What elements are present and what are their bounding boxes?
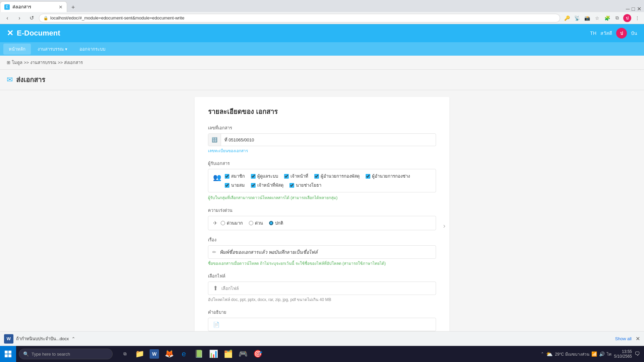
taskbar: 🔍 Type here to search ⧉ 📁 W 🦊 e 📗 📊 🗂️ 🎮	[0, 346, 644, 362]
language-selector[interactable]: TH	[590, 31, 596, 36]
tab-close-icon[interactable]: ✕	[59, 4, 63, 10]
forward-button[interactable]: ›	[15, 13, 24, 23]
taskbar-app-files[interactable]: 🗂️	[221, 347, 235, 361]
taskbar-app-edge[interactable]: e	[177, 347, 191, 361]
nav-item-home[interactable]: หน้าหลัก	[3, 44, 31, 55]
recipients-box: 👥 สมาชิก ผู้ดูแลระบบ เจ้าหน้าที่	[208, 169, 436, 192]
checkbox-admin[interactable]: ผู้ดูแลระบบ	[251, 173, 278, 180]
radio-urgent-most[interactable]: ด่วนมาก	[221, 220, 243, 227]
subject-section: เรื่อง ✏ พิมพ์ชื่อของเอกสารแล้ว พอบันทึก…	[208, 236, 436, 266]
file-hint: อัปโหลดไฟล์ doc, ppt, pptx, docx, rar, z…	[208, 296, 436, 303]
urgency-icon: ✈	[213, 220, 217, 226]
checkbox-supply-officer[interactable]: เจ้าหน้าที่พัสดุ	[251, 182, 283, 189]
close-button[interactable]: ✕	[637, 6, 641, 12]
sideview-icon[interactable]: ⧉	[613, 14, 621, 22]
breadcrumb-section[interactable]: งานสารบรรณ	[30, 59, 56, 66]
menu-icon[interactable]: ⋮	[633, 14, 641, 22]
taskbar-search[interactable]: 🔍 Type here to search	[19, 349, 113, 359]
subject-box: ✏ พิมพ์ชื่อของเอกสารแล้ว พอบันทึกลายเป็น…	[208, 245, 436, 259]
show-all-button[interactable]: Show all	[615, 336, 632, 341]
notifications-button[interactable]: 🗨	[635, 351, 640, 357]
taskbar-search-text: Type here to search	[32, 352, 70, 357]
file-box: ⬆ เลือกไฟล์	[208, 282, 436, 295]
download-right: Show all ✕	[615, 336, 640, 342]
app-name: E-Document	[17, 29, 60, 38]
url-text: localhost/edoc/#_module=edocument-sent&m…	[50, 15, 184, 20]
recipients-note: ผู้รับในกลุ่มที่เลือกสามารถดาวน์โหลดเกลส…	[208, 194, 436, 201]
weather-text: 29°C มีเมฆบางส่วน	[555, 351, 589, 357]
taskbar-app-teams[interactable]: 📊	[207, 347, 220, 361]
checkbox-naysom[interactable]: นายสม	[225, 182, 245, 189]
svg-rect-3	[8, 354, 11, 357]
bookmark-icon[interactable]: ☆	[593, 14, 601, 22]
checkbox-supply-director[interactable]: ผู้อำนวยการกองพัสดุ	[314, 173, 360, 180]
screenshot-icon[interactable]: 📸	[583, 14, 591, 22]
radio-urgent[interactable]: ด่วน	[249, 220, 263, 227]
user-avatar[interactable]: ป	[616, 28, 627, 39]
svg-rect-1	[8, 351, 11, 354]
minimize-button[interactable]: ─	[626, 6, 630, 12]
nav-item-logout[interactable]: ออกจากระบบ	[74, 44, 111, 55]
taskbar-time: 13:55	[614, 349, 632, 354]
taskbar-app-taskview[interactable]: ⧉	[118, 347, 131, 361]
address-bar[interactable]: 🔒 localhost/edoc/#_module=edocument-sent…	[39, 14, 560, 22]
taskbar-app-excel[interactable]: 📗	[192, 347, 205, 361]
subject-icon-row: ✏ พิมพ์ชื่อของเอกสารแล้ว พอบันทึกลายเป็น…	[208, 246, 436, 258]
password-icon[interactable]: 🔑	[563, 14, 571, 22]
download-bar: W ถ้ากำหนินบประจำปัน...docx ⌃ Show all ✕	[0, 331, 644, 346]
radio-normal[interactable]: ปกติ	[269, 220, 283, 227]
app-header: ✕ E-Document TH สวัสดี ป ปัน	[0, 24, 644, 42]
download-item: W ถ้ากำหนินบประจำปัน...docx ⌃	[4, 334, 615, 344]
subject-pencil-icon[interactable]: ✏	[212, 249, 216, 255]
profile-avatar[interactable]: ป	[623, 14, 631, 22]
new-tab-button[interactable]: +	[68, 3, 78, 12]
svg-rect-0	[5, 351, 8, 354]
volume-icon[interactable]: 🔊	[599, 351, 605, 357]
checkbox-engineering-director[interactable]: ผู้อำนวยการกองช่าง	[366, 173, 410, 180]
checkbox-civil-engineer[interactable]: นายช่างโยธา	[289, 182, 321, 189]
taskbar-datetime: 13:55 5/10/2565	[614, 349, 632, 359]
download-bar-close-icon[interactable]: ✕	[636, 336, 640, 342]
document-number-field[interactable]	[221, 135, 436, 144]
nav-actions: 🔑 📡 📸 ☆ 🧩 ⧉ ป ⋮	[563, 14, 641, 22]
extension-icon[interactable]: 🧩	[603, 14, 611, 22]
radio-group: ด่วนมาก ด่วน ปกติ	[221, 220, 283, 227]
chevron-up-icon[interactable]: ⌃	[541, 352, 544, 356]
dropdown-arrow-icon: ▾	[65, 47, 67, 52]
taskbar-app-game1[interactable]: 🎮	[236, 347, 250, 361]
taskbar-right: ⌃ ⛅ 29°C มีเมฆบางส่วน 📶 🔊 ไท 13:55 5/10/…	[537, 349, 644, 359]
checkbox-officer[interactable]: เจ้าหน้าที่	[284, 173, 308, 180]
document-number-note: เลขทะเบียนของเอกสาร	[208, 147, 436, 154]
maximize-button[interactable]: □	[632, 6, 635, 12]
breadcrumb-module[interactable]: โมดูล	[12, 59, 22, 66]
download-filename: ถ้ากำหนินบประจำปัน...docx	[16, 335, 69, 342]
recipients-label: ผู้รับเอกสาร	[208, 160, 436, 167]
back-button[interactable]: ‹	[3, 13, 12, 23]
download-chevron-icon[interactable]: ⌃	[71, 336, 75, 342]
logo-x-icon: ✕	[7, 28, 13, 38]
scroll-arrow: ›	[443, 222, 445, 230]
page-title-icon: ✉	[7, 75, 13, 84]
cast-icon[interactable]: 📡	[573, 14, 581, 22]
taskbar-app-word[interactable]: W	[148, 347, 161, 361]
reload-button[interactable]: ↺	[27, 13, 36, 23]
browser-chrome: E ส่งเอกสาร ✕ + ─ □ ✕ ‹ › ↺ 🔒 localhost/…	[0, 0, 644, 24]
note-box: 📄	[208, 318, 436, 331]
recipients-section: ผู้รับเอกสาร 👥 สมาชิก ผู้ดูแลระบบ	[208, 160, 436, 201]
network-icon[interactable]: 📶	[591, 351, 597, 357]
upload-icon: ⬆	[213, 285, 218, 292]
nav-item-documents[interactable]: งานสารบรรณ ▾	[32, 44, 73, 55]
app-nav: หน้าหลัก งานสารบรรณ ▾ ออกจากระบบ	[0, 42, 644, 56]
note-label: คำอธิบาย	[208, 309, 436, 316]
checkbox-member[interactable]: สมาชิก	[225, 173, 245, 180]
lock-icon: 🔒	[43, 16, 48, 20]
file-select-button[interactable]: เลือกไฟล์	[221, 285, 239, 292]
browser-tab[interactable]: E ส่งเอกสาร ✕	[0, 1, 67, 12]
start-button[interactable]	[0, 346, 16, 362]
taskbar-app-firefox[interactable]: 🦊	[162, 347, 176, 361]
subject-label: เรื่อง	[208, 236, 436, 243]
page-header: ✉ ส่งเอกสาร	[0, 70, 644, 90]
taskbar-app-explorer[interactable]: 📁	[133, 347, 146, 361]
document-number-label: เลขที่เอกสาร	[208, 124, 436, 131]
taskbar-app-game2[interactable]: 🎯	[251, 347, 264, 361]
